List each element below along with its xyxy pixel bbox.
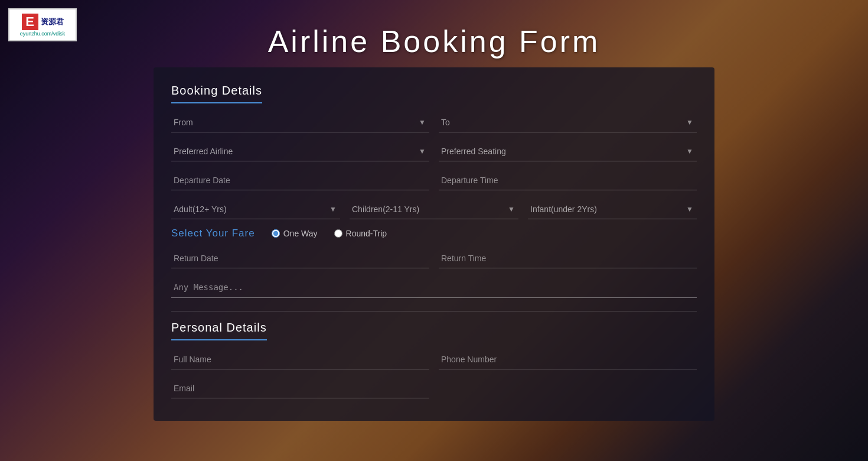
infant-select-wrapper: Infant(under 2Yrs) ▼ [528, 199, 697, 219]
message-col [171, 277, 697, 300]
from-col: From ▼ [171, 112, 429, 132]
return-date-input[interactable] [171, 248, 429, 268]
adult-select[interactable]: Adult(12+ Yrs) [171, 199, 340, 219]
round-trip-radio[interactable] [334, 229, 342, 238]
departure-time-col [439, 170, 697, 190]
children-select-wrapper: Children(2-11 Yrs) ▼ [350, 199, 518, 219]
logo: E 资源君 eyunzhu.com/vdisk [8, 8, 77, 41]
page-title: Airline Booking Form [268, 24, 601, 59]
round-trip-option[interactable]: Round-Trip [334, 229, 387, 238]
email-spacer [439, 378, 697, 398]
phone-col [439, 349, 697, 369]
round-trip-label: Round-Trip [346, 229, 387, 238]
adult-col: Adult(12+ Yrs) ▼ [171, 199, 340, 219]
booking-section-title: Booking Details [171, 84, 262, 103]
one-way-label: One Way [283, 229, 318, 238]
logo-brand: 资源君 [41, 17, 64, 27]
passengers-row: Adult(12+ Yrs) ▼ Children(2-11 Yrs) ▼ In… [171, 199, 697, 219]
email-row [171, 378, 697, 398]
to-select[interactable]: To [439, 112, 697, 132]
preferred-seating-select[interactable]: Preferred Seating [439, 141, 697, 161]
airline-col: Preferred Airline ▼ [171, 141, 429, 161]
from-to-row: From ▼ To ▼ [171, 112, 697, 132]
phone-input[interactable] [439, 349, 697, 369]
email-col [171, 378, 429, 398]
fare-section: Select Your Fare One Way Round-Trip [171, 228, 697, 300]
return-row [171, 248, 697, 268]
fare-section-title: Select Your Fare [171, 228, 255, 239]
seating-col: Preferred Seating ▼ [439, 141, 697, 161]
children-select[interactable]: Children(2-11 Yrs) [350, 199, 518, 219]
departure-date-col [171, 170, 429, 190]
fare-header: Select Your Fare One Way Round-Trip [171, 228, 697, 239]
airline-select-wrapper: Preferred Airline ▼ [171, 141, 429, 161]
seating-select-wrapper: Preferred Seating ▼ [439, 141, 697, 161]
preferred-airline-select[interactable]: Preferred Airline [171, 141, 429, 161]
infant-select[interactable]: Infant(under 2Yrs) [528, 199, 697, 219]
adult-select-wrapper: Adult(12+ Yrs) ▼ [171, 199, 340, 219]
departure-row [171, 170, 697, 190]
name-phone-row [171, 349, 697, 369]
return-time-col [439, 248, 697, 268]
logo-e-letter: E [22, 14, 38, 30]
section-divider [171, 311, 697, 311]
full-name-col [171, 349, 429, 369]
from-select[interactable]: From [171, 112, 429, 132]
form-card: Booking Details From ▼ To ▼ [154, 67, 714, 421]
infant-col: Infant(under 2Yrs) ▼ [528, 199, 697, 219]
airline-seating-row: Preferred Airline ▼ Preferred Seating ▼ [171, 141, 697, 161]
return-time-input[interactable] [439, 248, 697, 268]
email-input[interactable] [171, 378, 429, 398]
message-textarea[interactable] [171, 277, 697, 298]
departure-date-input[interactable] [171, 170, 429, 190]
from-select-wrapper: From ▼ [171, 112, 429, 132]
one-way-option[interactable]: One Way [272, 229, 318, 238]
logo-url: eyunzhu.com/vdisk [20, 31, 66, 37]
children-col: Children(2-11 Yrs) ▼ [350, 199, 518, 219]
to-col: To ▼ [439, 112, 697, 132]
to-select-wrapper: To ▼ [439, 112, 697, 132]
one-way-radio[interactable] [272, 229, 280, 238]
personal-section-title: Personal Details [171, 321, 267, 340]
return-date-col [171, 248, 429, 268]
full-name-input[interactable] [171, 349, 429, 369]
departure-time-input[interactable] [439, 170, 697, 190]
message-row [171, 277, 697, 300]
